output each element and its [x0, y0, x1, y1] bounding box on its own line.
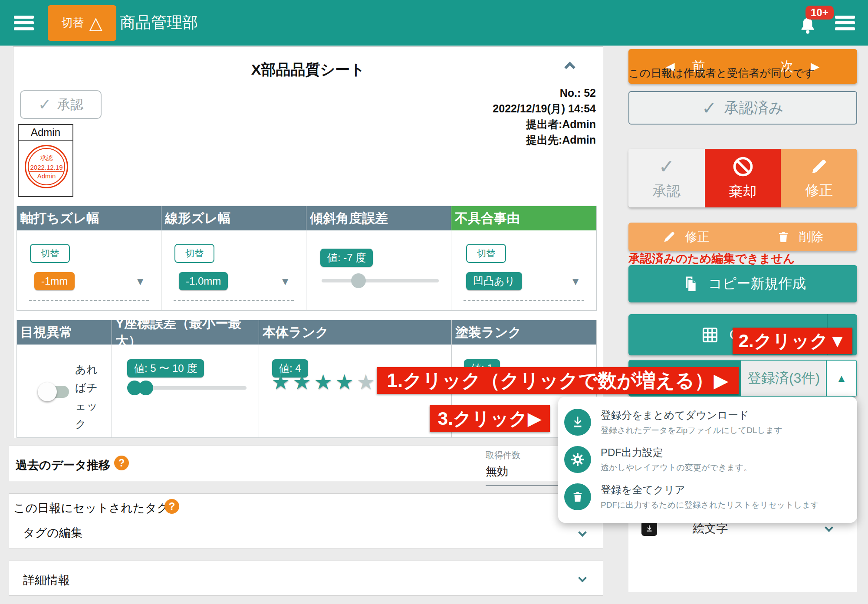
report-meta: No.: 52 2022/12/19(月) 14:54 提出者:Admin 提出… [493, 85, 596, 148]
edit-button-secondary[interactable]: 修正 [628, 223, 743, 251]
history-section: 過去のデータ推移 ? 取得件数 無効 [9, 446, 603, 481]
edit-label: 修正 [685, 229, 710, 245]
selected-value[interactable]: 凹凸あり [466, 272, 522, 290]
approval-stamp: Admin 承認 2022.12.19 Admin [18, 124, 73, 197]
report-title: X部品品質シート [13, 60, 603, 80]
value-badge: 値: 5 〜 10 度 [127, 359, 204, 378]
approve-label: 承認 [57, 96, 83, 114]
approval-action-row: ✓ 承認 棄却 修正 [628, 149, 857, 207]
collapse-report-button[interactable] [566, 63, 579, 71]
prohibition-icon [732, 155, 754, 178]
field-header: Y座標誤差（最小ー最大） [112, 320, 259, 345]
copy-create-button[interactable]: コピー新規作成 [628, 265, 857, 302]
copy-icon [680, 274, 699, 293]
details-title[interactable]: 詳細情報 [23, 572, 70, 588]
check-icon: ✓ [38, 95, 51, 114]
collapse-menu-button[interactable]: ▲ [826, 361, 856, 396]
stamp-line3: Admin [37, 172, 56, 180]
selected-value[interactable]: -1.0mm [179, 272, 228, 290]
menu-item-title: 登録を全てクリア [601, 483, 819, 497]
notifications-button[interactable]: 10+ [798, 10, 818, 36]
count-value: 無効 [486, 464, 564, 479]
toggle-label: あればチェック [75, 360, 99, 433]
angle-slider[interactable] [322, 279, 439, 282]
delete-button[interactable]: 削除 [743, 223, 858, 251]
triangle-icon: △ [89, 14, 103, 32]
field-header: 目視異常 [17, 320, 112, 345]
field-grid-row1: 軸打ちズレ幅 切替 -1mm ▼ 線形ズレ幅 切替 -1.0mm ▼ 傾斜角 [16, 206, 597, 311]
menu-item-clear-all[interactable]: 登録を全てクリア PDFに出力するために登録されたリストをリセットします [564, 478, 857, 515]
field-header: 塗装ランク [452, 320, 596, 345]
slider-thumb-max[interactable] [138, 381, 153, 395]
triangle-up-icon: ▲ [836, 372, 847, 384]
field-header: 線形ズレ幅 [161, 206, 306, 230]
app-bar: 切替 △ 商品管理部 10+ [0, 0, 868, 46]
toggle-input-mode-button[interactable]: 切替 [466, 244, 506, 263]
body-rank-stars[interactable]: ★★★★★ [271, 370, 378, 394]
report-submitter: 提出者:Admin [493, 116, 596, 132]
check-icon: ✓ [658, 155, 674, 177]
dropdown-arrow-icon[interactable]: ▼ [135, 276, 145, 288]
menu-item-download-all[interactable]: 登録分をまとめてダウンロード 登録されたデータをZipファイルにしてDLします [564, 404, 857, 441]
menu-item-desc: PDFに出力するために登録されたリストをリセットします [601, 499, 819, 511]
chevron-down-icon[interactable] [579, 575, 585, 583]
copy-create-label: コピー新規作成 [708, 274, 806, 293]
tag-edit-button[interactable]: タグの編集 [23, 525, 82, 541]
divider [464, 300, 584, 301]
department-switch-button[interactable]: 切替 △ [48, 5, 116, 41]
download-square-icon [641, 521, 657, 536]
approved-status-button[interactable]: ✓ 承認済み [628, 91, 857, 125]
details-section: 詳細情報 [9, 561, 603, 596]
count-select[interactable]: 取得件数 無効 [486, 450, 564, 486]
menu-item-desc: 登録されたデータをZipファイルにしてDLします [601, 425, 783, 436]
trash-icon [776, 230, 790, 244]
check-icon: ✓ [702, 98, 717, 118]
menu-item-title: PDF出力設定 [601, 446, 752, 460]
divider [29, 300, 149, 301]
report-number: No.: 52 [493, 85, 596, 101]
count-label: 取得件数 [486, 450, 564, 461]
toggle-input-mode-button[interactable]: 切替 [174, 244, 214, 263]
overflow-menu-icon[interactable] [835, 16, 855, 30]
locked-note: 承認済みのため編集できません [628, 251, 857, 266]
edit-label: 修正 [805, 181, 833, 200]
chevron-down-icon[interactable] [579, 529, 585, 537]
approve-button[interactable]: ✓ 承認 [628, 149, 705, 207]
selected-value[interactable]: -1mm [34, 272, 75, 290]
field-header: 不具合事由 [451, 206, 596, 230]
field-header: 傾斜角度誤差 [306, 206, 451, 230]
help-icon[interactable]: ? [164, 499, 179, 514]
visual-anomaly-toggle[interactable] [41, 386, 69, 398]
same-author-notice: この日報は作成者と受信者が同じです [628, 66, 857, 80]
switch-label: 切替 [62, 15, 84, 30]
help-icon[interactable]: ? [114, 456, 129, 470]
notification-badge: 10+ [806, 6, 834, 20]
edit-delete-bar: 修正 削除 [628, 223, 857, 251]
app-screen: 切替 △ 商品管理部 10+ X部品品質シート ✓ 承認 Admin [0, 0, 868, 604]
toggle-knob[interactable] [38, 382, 57, 401]
approve-stamp-button[interactable]: ✓ 承認 [20, 90, 102, 119]
chevron-down-icon[interactable] [826, 525, 832, 532]
download-icon [564, 409, 591, 436]
menu-item-pdf-settings[interactable]: PDF出力設定 透かしやレイアウトの変更ができます。 [564, 441, 857, 478]
toggle-input-mode-button[interactable]: 切替 [30, 244, 70, 263]
dropdown-arrow-icon[interactable]: ▼ [570, 276, 581, 288]
menu-icon[interactable] [14, 16, 34, 30]
field-header: 軸打ちズレ幅 [17, 206, 161, 230]
pencil-icon [809, 157, 829, 177]
gear-icon [564, 446, 591, 473]
stamp-seal: 承認 2022.12.19 Admin [25, 145, 68, 188]
csv-dropdown-menu: 登録分をまとめてダウンロード 登録されたデータをZipファイルにしてDLします [558, 397, 857, 523]
emoji-row[interactable]: 絵文字 [641, 521, 844, 536]
reject-label: 棄却 [729, 182, 757, 201]
dropdown-arrow-icon[interactable]: ▼ [280, 276, 290, 288]
empty-star[interactable]: ★ [356, 371, 378, 394]
report-datetime: 2022/12/19(月) 14:54 [493, 101, 596, 116]
edit-button[interactable]: 修正 [781, 149, 857, 207]
annotation-step1: 1.クリック（クリックで数が増える）▶ [377, 367, 739, 394]
registered-count[interactable]: 登録済(3件) [741, 361, 826, 396]
range-slider[interactable] [127, 386, 247, 390]
filled-stars[interactable]: ★★★★ [271, 371, 356, 394]
reject-button[interactable]: 棄却 [705, 149, 781, 207]
slider-thumb[interactable] [351, 273, 366, 288]
